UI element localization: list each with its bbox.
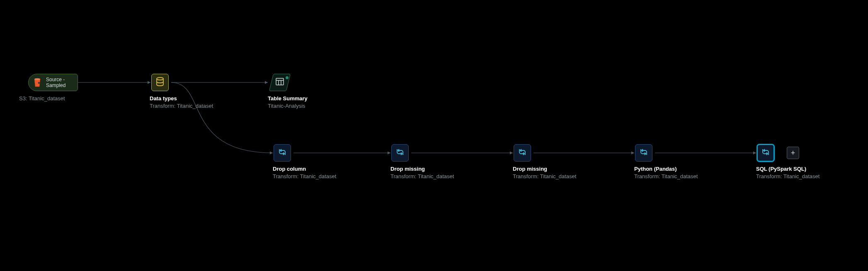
- node-sql-pyspark[interactable]: SQL (PySpark SQL) Transform: Titanic_dat…: [757, 144, 774, 162]
- transform-box[interactable]: [514, 144, 531, 162]
- svg-rect-3: [276, 78, 284, 85]
- transform-box[interactable]: [274, 144, 291, 162]
- flow-edges: [0, 0, 868, 271]
- source-label: Source - Sampled: [46, 77, 73, 89]
- t4-subtitle: Transform: Titanic_dataset: [634, 173, 717, 179]
- node-drop-missing-1[interactable]: Drop missing Transform: Titanic_dataset: [391, 144, 409, 162]
- s3-bucket-icon: [32, 77, 43, 88]
- table-icon: [276, 78, 284, 87]
- transform-box-selected[interactable]: [757, 144, 774, 162]
- t1-subtitle: Transform: Titanic_dataset: [273, 173, 356, 179]
- database-icon: [156, 77, 164, 88]
- svg-point-1: [38, 82, 40, 84]
- data-types-box[interactable]: [151, 74, 169, 91]
- node-python-pandas[interactable]: Python (Pandas) Transform: Titanic_datas…: [635, 144, 652, 162]
- node-table-summary[interactable]: Table Summary Titanic-Analysis: [269, 74, 291, 91]
- plus-icon[interactable]: +: [787, 147, 799, 159]
- node-source[interactable]: Source - Sampled S3: Titanic_dataset: [28, 74, 78, 91]
- t4-title: Python (Pandas): [634, 166, 717, 172]
- svg-point-2: [157, 77, 163, 80]
- transform-icon: [639, 148, 648, 157]
- node-drop-missing-2[interactable]: Drop missing Transform: Titanic_dataset: [514, 144, 531, 162]
- node-drop-column[interactable]: Drop column Transform: Titanic_dataset: [274, 144, 291, 162]
- transform-icon: [761, 148, 770, 157]
- plus-glyph: +: [791, 149, 795, 157]
- transform-icon: [395, 148, 405, 157]
- summary-subtitle: Titanic-Analysis: [268, 103, 351, 109]
- summary-title: Table Summary: [268, 95, 351, 102]
- add-step-button[interactable]: +: [787, 147, 799, 159]
- t5-subtitle: Transform: Titanic_dataset: [756, 173, 839, 179]
- transform-box[interactable]: [391, 144, 409, 162]
- status-dot-icon: [286, 76, 289, 79]
- t2-title: Drop missing: [390, 166, 473, 172]
- node-data-types[interactable]: Data types Transform: Titanic_dataset: [151, 74, 169, 91]
- t2-subtitle: Transform: Titanic_dataset: [390, 173, 473, 179]
- source-pill[interactable]: Source - Sampled: [28, 74, 78, 91]
- transform-icon: [518, 148, 527, 157]
- t5-title: SQL (PySpark SQL): [756, 166, 839, 172]
- t1-title: Drop column: [273, 166, 356, 172]
- source-subtitle: S3: Titanic_dataset: [19, 95, 111, 102]
- t3-title: Drop missing: [513, 166, 596, 172]
- svg-point-0: [34, 78, 40, 80]
- data-types-subtitle: Transform: Titanic_dataset: [150, 103, 233, 109]
- transform-icon: [278, 148, 287, 157]
- transform-box[interactable]: [635, 144, 652, 162]
- data-types-title: Data types: [150, 95, 233, 102]
- t3-subtitle: Transform: Titanic_dataset: [513, 173, 596, 179]
